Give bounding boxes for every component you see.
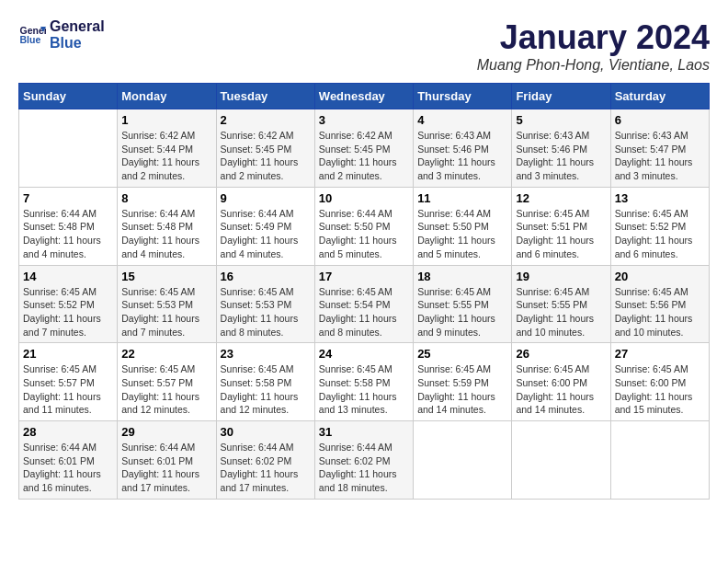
- day-info: Sunrise: 6:45 AM Sunset: 6:00 PM Dayligh…: [615, 362, 705, 417]
- calendar-cell: 4Sunrise: 6:43 AM Sunset: 5:46 PM Daylig…: [414, 109, 512, 188]
- day-number: 14: [23, 270, 113, 283]
- day-info: Sunrise: 6:45 AM Sunset: 5:52 PM Dayligh…: [615, 207, 705, 261]
- day-info: Sunrise: 6:44 AM Sunset: 5:50 PM Dayligh…: [319, 207, 409, 261]
- day-info: Sunrise: 6:45 AM Sunset: 6:00 PM Dayligh…: [516, 362, 606, 417]
- calendar-cell: 30Sunrise: 6:44 AM Sunset: 6:02 PM Dayli…: [216, 421, 314, 500]
- day-number: 11: [417, 191, 507, 205]
- day-number: 4: [417, 113, 507, 127]
- logo-line2: Blue: [50, 35, 105, 52]
- header-sunday: Sunday: [19, 84, 118, 109]
- calendar-cell: 28Sunrise: 6:44 AM Sunset: 6:01 PM Dayli…: [19, 421, 118, 500]
- calendar-cell: 24Sunrise: 6:45 AM Sunset: 5:58 PM Dayli…: [314, 343, 413, 421]
- header-wednesday: Wednesday: [314, 84, 413, 109]
- calendar-cell: 19Sunrise: 6:45 AM Sunset: 5:55 PM Dayli…: [512, 265, 610, 343]
- day-number: 31: [319, 425, 409, 439]
- calendar-cell: 15Sunrise: 6:45 AM Sunset: 5:53 PM Dayli…: [118, 265, 216, 343]
- day-number: 18: [417, 270, 507, 283]
- day-number: 17: [319, 270, 409, 283]
- calendar-cell: 16Sunrise: 6:45 AM Sunset: 5:53 PM Dayli…: [216, 265, 314, 343]
- day-info: Sunrise: 6:45 AM Sunset: 5:56 PM Dayligh…: [615, 285, 705, 339]
- header-monday: Monday: [118, 84, 216, 109]
- day-number: 22: [121, 347, 211, 361]
- day-number: 21: [23, 347, 113, 361]
- day-number: 20: [615, 270, 705, 283]
- calendar-cell: 6Sunrise: 6:43 AM Sunset: 5:47 PM Daylig…: [610, 109, 709, 188]
- calendar-cell: 14Sunrise: 6:45 AM Sunset: 5:52 PM Dayli…: [19, 265, 118, 343]
- calendar-title: January 2024: [477, 18, 710, 57]
- calendar-cell: [610, 421, 709, 500]
- calendar-table: SundayMondayTuesdayWednesdayThursdayFrid…: [18, 83, 710, 500]
- day-number: 25: [417, 347, 507, 361]
- week-row-0: 1Sunrise: 6:42 AM Sunset: 5:44 PM Daylig…: [19, 109, 710, 188]
- calendar-cell: 31Sunrise: 6:44 AM Sunset: 6:02 PM Dayli…: [314, 421, 413, 500]
- day-number: 15: [121, 270, 211, 283]
- calendar-cell: 25Sunrise: 6:45 AM Sunset: 5:59 PM Dayli…: [414, 343, 512, 421]
- week-row-4: 28Sunrise: 6:44 AM Sunset: 6:01 PM Dayli…: [19, 421, 710, 500]
- day-info: Sunrise: 6:42 AM Sunset: 5:45 PM Dayligh…: [221, 129, 311, 183]
- day-info: Sunrise: 6:44 AM Sunset: 5:49 PM Dayligh…: [221, 207, 311, 261]
- day-number: 6: [615, 113, 705, 127]
- day-info: Sunrise: 6:43 AM Sunset: 5:46 PM Dayligh…: [417, 129, 507, 183]
- day-info: Sunrise: 6:42 AM Sunset: 5:45 PM Dayligh…: [319, 129, 409, 183]
- day-number: 29: [121, 425, 211, 439]
- day-info: Sunrise: 6:45 AM Sunset: 5:58 PM Dayligh…: [319, 362, 409, 417]
- calendar-cell: [414, 421, 512, 500]
- day-number: 9: [221, 191, 311, 205]
- calendar-cell: [512, 421, 610, 500]
- calendar-cell: 11Sunrise: 6:44 AM Sunset: 5:50 PM Dayli…: [414, 187, 512, 265]
- day-number: 27: [615, 347, 705, 361]
- logo-icon: General Blue: [18, 21, 46, 49]
- calendar-cell: 5Sunrise: 6:43 AM Sunset: 5:46 PM Daylig…: [512, 109, 610, 188]
- day-number: 23: [221, 347, 311, 361]
- day-number: 16: [221, 270, 311, 283]
- calendar-subtitle: Muang Phon-Hong, Vientiane, Laos: [477, 57, 710, 74]
- day-info: Sunrise: 6:45 AM Sunset: 5:58 PM Dayligh…: [221, 362, 311, 417]
- calendar-cell: 22Sunrise: 6:45 AM Sunset: 5:57 PM Dayli…: [118, 343, 216, 421]
- day-info: Sunrise: 6:44 AM Sunset: 5:48 PM Dayligh…: [23, 207, 113, 261]
- day-number: 1: [121, 113, 211, 127]
- day-number: 12: [516, 191, 606, 205]
- day-info: Sunrise: 6:45 AM Sunset: 5:55 PM Dayligh…: [417, 285, 507, 339]
- calendar-cell: 2Sunrise: 6:42 AM Sunset: 5:45 PM Daylig…: [216, 109, 314, 188]
- day-info: Sunrise: 6:45 AM Sunset: 5:53 PM Dayligh…: [121, 285, 211, 339]
- calendar-cell: 3Sunrise: 6:42 AM Sunset: 5:45 PM Daylig…: [314, 109, 413, 188]
- week-row-1: 7Sunrise: 6:44 AM Sunset: 5:48 PM Daylig…: [19, 187, 710, 265]
- day-info: Sunrise: 6:43 AM Sunset: 5:47 PM Dayligh…: [615, 129, 705, 183]
- calendar-cell: 9Sunrise: 6:44 AM Sunset: 5:49 PM Daylig…: [216, 187, 314, 265]
- title-block: January 2024 Muang Phon-Hong, Vientiane,…: [477, 18, 710, 74]
- svg-text:Blue: Blue: [20, 34, 41, 45]
- calendar-header-row: SundayMondayTuesdayWednesdayThursdayFrid…: [19, 84, 710, 109]
- calendar-cell: 18Sunrise: 6:45 AM Sunset: 5:55 PM Dayli…: [414, 265, 512, 343]
- calendar-cell: 10Sunrise: 6:44 AM Sunset: 5:50 PM Dayli…: [314, 187, 413, 265]
- day-number: 24: [319, 347, 409, 361]
- week-row-2: 14Sunrise: 6:45 AM Sunset: 5:52 PM Dayli…: [19, 265, 710, 343]
- day-info: Sunrise: 6:45 AM Sunset: 5:53 PM Dayligh…: [221, 285, 311, 339]
- day-number: 10: [319, 191, 409, 205]
- day-info: Sunrise: 6:44 AM Sunset: 5:48 PM Dayligh…: [121, 207, 211, 261]
- page-header: General Blue General Blue January 2024 M…: [18, 18, 710, 74]
- calendar-body: 1Sunrise: 6:42 AM Sunset: 5:44 PM Daylig…: [19, 109, 710, 500]
- header-tuesday: Tuesday: [216, 84, 314, 109]
- day-info: Sunrise: 6:45 AM Sunset: 5:54 PM Dayligh…: [319, 285, 409, 339]
- calendar-cell: 12Sunrise: 6:45 AM Sunset: 5:51 PM Dayli…: [512, 187, 610, 265]
- calendar-cell: 8Sunrise: 6:44 AM Sunset: 5:48 PM Daylig…: [118, 187, 216, 265]
- day-number: 30: [221, 425, 311, 439]
- day-info: Sunrise: 6:44 AM Sunset: 5:50 PM Dayligh…: [417, 207, 507, 261]
- day-number: 26: [516, 347, 606, 361]
- day-info: Sunrise: 6:44 AM Sunset: 6:02 PM Dayligh…: [221, 441, 311, 495]
- day-info: Sunrise: 6:45 AM Sunset: 5:55 PM Dayligh…: [516, 285, 606, 339]
- week-row-3: 21Sunrise: 6:45 AM Sunset: 5:57 PM Dayli…: [19, 343, 710, 421]
- day-info: Sunrise: 6:45 AM Sunset: 5:57 PM Dayligh…: [121, 362, 211, 417]
- day-number: 28: [23, 425, 113, 439]
- header-thursday: Thursday: [414, 84, 512, 109]
- day-number: 13: [615, 191, 705, 205]
- calendar-cell: 27Sunrise: 6:45 AM Sunset: 6:00 PM Dayli…: [610, 343, 709, 421]
- calendar-cell: 20Sunrise: 6:45 AM Sunset: 5:56 PM Dayli…: [610, 265, 709, 343]
- day-info: Sunrise: 6:45 AM Sunset: 5:57 PM Dayligh…: [23, 362, 113, 417]
- day-number: 2: [221, 113, 311, 127]
- day-number: 19: [516, 270, 606, 283]
- day-info: Sunrise: 6:43 AM Sunset: 5:46 PM Dayligh…: [516, 129, 606, 183]
- calendar-cell: 21Sunrise: 6:45 AM Sunset: 5:57 PM Dayli…: [19, 343, 118, 421]
- day-number: 3: [319, 113, 409, 127]
- day-info: Sunrise: 6:45 AM Sunset: 5:51 PM Dayligh…: [516, 207, 606, 261]
